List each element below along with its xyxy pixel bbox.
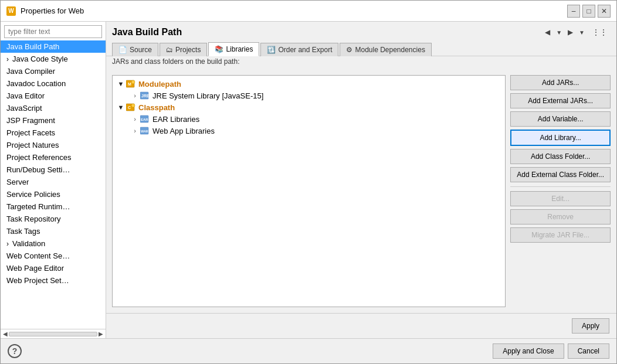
- sidebar-item-label: JavaScript: [6, 104, 42, 113]
- tree-item-jre[interactable]: › JRE JRE System Library [JavaSE-15]: [113, 90, 505, 101]
- tree-item-classpath[interactable]: ▼ C Classpath: [113, 101, 505, 113]
- scroll-left-arrow[interactable]: ◀: [3, 331, 8, 337]
- svg-text:JRE: JRE: [141, 94, 150, 98]
- sidebar-item-targeted-runtime[interactable]: Targeted Runtim…: [1, 200, 106, 213]
- nav-forward-button[interactable]: ▶: [565, 27, 575, 38]
- add-jars-button[interactable]: Add JARs...: [510, 75, 611, 90]
- webapp-icon: WAR: [140, 127, 150, 135]
- ear-label: EAR Libraries: [152, 115, 199, 124]
- classpath-expand[interactable]: ▼: [116, 103, 126, 112]
- sidebar-item-label: JSP Fragment: [6, 116, 55, 125]
- sidebar-item-project-references[interactable]: Project References: [1, 151, 106, 164]
- scroll-right-arrow[interactable]: ▶: [99, 331, 103, 337]
- sidebar-item-label: Project Natures: [6, 141, 59, 149]
- sidebar-item-web-content-settings[interactable]: Web Content Se…: [1, 250, 106, 262]
- right-buttons-panel: Add JARs... Add External JARs... Add Var…: [510, 75, 611, 307]
- close-button[interactable]: ✕: [598, 5, 611, 18]
- add-variable-button[interactable]: Add Variable...: [510, 111, 611, 127]
- sidebar-item-java-compiler[interactable]: Java Compiler: [1, 65, 106, 77]
- apply-and-close-button[interactable]: Apply and Close: [493, 343, 564, 359]
- ear-expand[interactable]: ›: [130, 114, 140, 124]
- sidebar-item-web-page-editor[interactable]: Web Page Editor: [1, 262, 106, 274]
- footer-buttons: Apply and Close Cancel: [493, 343, 609, 359]
- jre-expand[interactable]: ›: [130, 91, 140, 100]
- classpath-label: Classpath: [138, 103, 175, 112]
- module-dep-tab-icon: ⚙: [346, 46, 352, 54]
- tabs-row: 📄 Source 🗂 Projects 📚 Libraries 🔃 Order …: [106, 38, 616, 56]
- nav-menu-button[interactable]: ⋮⋮: [588, 26, 611, 38]
- svg-text:EAR: EAR: [141, 118, 148, 121]
- svg-text:WAR: WAR: [141, 130, 148, 133]
- order-export-tab-icon: 🔃: [267, 46, 276, 54]
- page-title: Java Build Path: [112, 27, 543, 38]
- svg-text:M: M: [128, 82, 131, 86]
- tab-source[interactable]: 📄 Source: [112, 43, 158, 56]
- main-top-bar: Java Build Path ◀ ▼ ▶ ▼ ⋮⋮: [106, 22, 616, 38]
- nav-forward-dropdown[interactable]: ▼: [577, 28, 587, 37]
- tree-item-web-app-libraries[interactable]: › WAR Web App Libraries: [113, 125, 505, 137]
- sidebar-item-label: Task Repository: [6, 215, 60, 223]
- left-panel: ▼ M Modulepath: [112, 75, 506, 307]
- sidebar-item-task-tags[interactable]: Task Tags: [1, 225, 106, 237]
- maximize-button[interactable]: □: [582, 5, 595, 18]
- minimize-button[interactable]: –: [567, 5, 580, 18]
- sidebar-item-label: Targeted Runtim…: [6, 202, 70, 211]
- nav-back-dropdown[interactable]: ▼: [554, 28, 564, 37]
- sidebar-item-label: Project References: [6, 153, 72, 162]
- footer-bar: ? Apply and Close Cancel: [1, 338, 616, 363]
- nav-back-button[interactable]: ◀: [543, 27, 552, 38]
- sidebar-item-service-policies[interactable]: Service Policies: [1, 188, 106, 200]
- webapp-expand[interactable]: ›: [130, 126, 140, 135]
- add-class-folder-button[interactable]: Add Class Folder...: [510, 149, 611, 164]
- sidebar-item-server[interactable]: Server: [1, 176, 106, 188]
- modulepath-expand[interactable]: ▼: [116, 79, 126, 89]
- sidebar-list: Java Build Path Java Code Style Java Com…: [1, 40, 106, 329]
- modulepath-icon: M: [126, 80, 136, 88]
- dialog-title: Properties for Web: [21, 6, 562, 15]
- remove-button[interactable]: Remove: [510, 209, 611, 224]
- sidebar-item-run-debug[interactable]: Run/Debug Setti…: [1, 164, 106, 176]
- tree-item-ear-libraries[interactable]: › EAR EAR Libraries: [113, 113, 505, 125]
- window-controls: – □ ✕: [567, 5, 611, 18]
- content-area: ▼ M Modulepath: [106, 69, 616, 313]
- tab-libraries[interactable]: 📚 Libraries: [208, 42, 259, 56]
- sidebar-item-validation[interactable]: Validation: [1, 237, 106, 250]
- tab-projects[interactable]: 🗂 Projects: [160, 43, 207, 56]
- sidebar-item-label: Task Tags: [6, 227, 40, 236]
- sidebar-item-javascript[interactable]: JavaScript: [1, 102, 106, 114]
- cancel-button[interactable]: Cancel: [568, 343, 609, 359]
- sidebar-item-java-editor[interactable]: Java Editor: [1, 90, 106, 102]
- libraries-tab-label: Libraries: [226, 45, 253, 53]
- sidebar-item-javadoc-location[interactable]: Javadoc Location: [1, 77, 106, 90]
- sidebar-item-web-project-settings[interactable]: Web Project Set…: [1, 274, 106, 287]
- sidebar-item-label: Java Editor: [6, 91, 45, 100]
- help-button[interactable]: ?: [8, 344, 22, 358]
- sidebar-item-project-facets[interactable]: Project Facets: [1, 127, 106, 139]
- tab-order-export[interactable]: 🔃 Order and Export: [260, 43, 338, 56]
- tab-module-dependencies[interactable]: ⚙ Module Dependencies: [340, 43, 431, 56]
- sidebar-item-java-build-path[interactable]: Java Build Path: [1, 40, 106, 53]
- properties-dialog: W Properties for Web – □ ✕ Java Build Pa…: [0, 0, 617, 364]
- add-library-button[interactable]: Add Library...: [510, 130, 611, 146]
- sidebar-item-java-code-style[interactable]: Java Code Style: [1, 53, 106, 65]
- sidebar-item-task-repository[interactable]: Task Repository: [1, 213, 106, 225]
- add-external-jars-button[interactable]: Add External JARs...: [510, 93, 611, 108]
- sidebar-item-label: Validation: [12, 239, 45, 248]
- apply-button[interactable]: Apply: [572, 318, 609, 334]
- sidebar-item-jsp-fragment[interactable]: JSP Fragment: [1, 114, 106, 127]
- sidebar-item-project-natures[interactable]: Project Natures: [1, 139, 106, 151]
- sidebar-item-label: Web Content Se…: [6, 251, 70, 260]
- sidebar-item-label: Java Build Path: [6, 42, 59, 51]
- source-tab-label: Source: [130, 46, 152, 54]
- edit-button[interactable]: Edit...: [510, 191, 611, 206]
- add-external-class-folder-button[interactable]: Add External Class Folder...: [510, 167, 611, 182]
- tree-item-modulepath[interactable]: ▼ M Modulepath: [113, 78, 505, 90]
- filter-input[interactable]: [4, 25, 102, 38]
- nav-area: ◀ ▼ ▶ ▼ ⋮⋮: [543, 26, 611, 38]
- svg-point-2: [131, 80, 135, 84]
- title-bar: W Properties for Web – □ ✕: [1, 1, 616, 22]
- projects-tab-label: Projects: [175, 46, 201, 54]
- migrate-jar-button[interactable]: Migrate JAR File...: [510, 227, 611, 243]
- sidebar-item-label: Web Page Editor: [6, 264, 64, 273]
- scroll-track[interactable]: [9, 332, 97, 336]
